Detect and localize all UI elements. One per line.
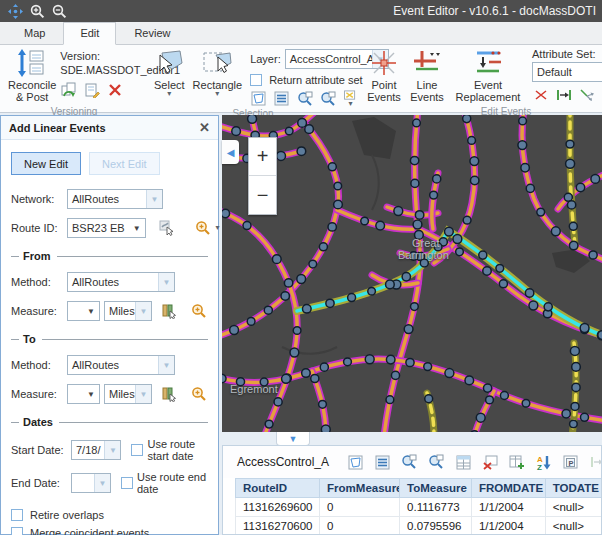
select-by-polygon-icon[interactable]	[250, 90, 267, 107]
split-event-icon[interactable]	[532, 86, 549, 103]
table-cell: 1/1/2004	[471, 498, 545, 517]
event-replacement-button[interactable]: Event Replacement	[448, 47, 528, 105]
select-dropdown-caret[interactable]: ▾	[167, 91, 171, 97]
open-table-icon[interactable]	[454, 453, 472, 471]
column-header[interactable]: TODATE	[545, 479, 602, 498]
line-events-button[interactable]: Line Events	[406, 47, 448, 105]
from-measure-label: Measure:	[11, 305, 63, 317]
table-cell: 0	[320, 517, 400, 535]
collapse-table-panel-button[interactable]: ▼	[276, 432, 310, 446]
to-measure-combobox[interactable]: ▼	[67, 384, 100, 404]
new-edit-button[interactable]: New Edit	[11, 152, 81, 175]
option-label: Merge coincident events	[30, 527, 149, 535]
redefine-icon[interactable]	[589, 453, 602, 471]
merge-events-icon[interactable]	[555, 86, 572, 103]
close-panel-icon[interactable]: ✕	[199, 120, 210, 135]
pan-icon[interactable]	[6, 2, 24, 20]
route-id-combobox[interactable]: BSR23 EB▼	[67, 218, 146, 238]
zoom-to-selected-icon[interactable]	[400, 453, 418, 471]
sort-icon[interactable]: AZ	[535, 453, 553, 471]
select-features-icon[interactable]	[346, 453, 364, 471]
column-header[interactable]: FROMDATE	[471, 479, 545, 498]
point-events-icon	[370, 49, 398, 77]
zoom-route-dropdown-caret[interactable]: ▾	[216, 225, 220, 231]
select-tool-icon	[154, 49, 184, 77]
table-row[interactable]: 1131627060000.07955961/1/2004<null>No	[236, 517, 602, 535]
svg-text:Z: Z	[537, 463, 542, 471]
table-cell: <null>	[545, 517, 602, 535]
attribute-table: RouteIDFromMeasureToMeasureFROMDATETODAT…	[235, 478, 602, 535]
to-measure-on-map-icon[interactable]	[160, 385, 178, 403]
use-route-start-date-checkbox[interactable]	[131, 444, 143, 456]
route-id-label: Route ID:	[11, 222, 63, 234]
from-zoom-measure-icon[interactable]	[190, 302, 208, 320]
line-events-icon	[412, 49, 442, 77]
from-measure-on-map-icon[interactable]	[160, 302, 178, 320]
from-method-combobox[interactable]: AllRoutes▼	[67, 272, 175, 292]
select-button[interactable]: Select ▾	[150, 47, 189, 107]
change-version-icon[interactable]	[60, 81, 77, 98]
start-date-combobox[interactable]: 7/18/▼	[71, 440, 121, 460]
option-checkbox-0[interactable]	[11, 509, 23, 521]
table-cell: 1/1/2004	[471, 517, 545, 535]
point-events-button[interactable]: Point Events	[362, 47, 406, 105]
map-zoom-in-button[interactable]: +	[249, 138, 276, 176]
clear-selection-icon[interactable]: ▾	[342, 90, 359, 107]
zoom-to-route-icon[interactable]	[194, 219, 212, 237]
add-records-icon[interactable]	[508, 453, 526, 471]
attribute-table-panel: AccessControl_A AZ	[222, 445, 602, 535]
from-unit-combobox[interactable]: Miles▼	[104, 301, 152, 321]
to-method-combobox[interactable]: AllRoutes▼	[67, 355, 175, 375]
show-selected-icon[interactable]	[373, 453, 391, 471]
rectangle-tool-icon	[202, 49, 232, 77]
tab-map[interactable]: Map	[8, 23, 61, 44]
return-attribute-set-checkbox[interactable]	[250, 74, 262, 86]
map-zoom-out-button[interactable]: −	[249, 176, 276, 214]
option-label: Retire overlaps	[30, 509, 104, 521]
table-cell: 0	[320, 498, 400, 517]
column-header[interactable]: FromMeasure	[320, 479, 400, 498]
map-viewport[interactable]: EgremontGreatBarrington ◀ + − ▼	[222, 115, 602, 432]
delete-selected-icon[interactable]	[481, 453, 499, 471]
table-cell: 11316269600	[236, 498, 320, 517]
layer-label: Layer:	[250, 53, 281, 65]
option-checkbox-1[interactable]	[11, 527, 23, 535]
zoom-to-selection-icon[interactable]	[296, 90, 313, 107]
rectangle-dropdown-caret[interactable]: ▾	[215, 91, 219, 97]
end-date-combobox[interactable]: ▼	[71, 473, 111, 493]
network-combobox[interactable]: AllRoutes▼	[67, 189, 163, 209]
rectangle-button[interactable]: Rectangle ▾	[189, 47, 247, 107]
table-row[interactable]: 1131626960000.11167731/1/2004<null>No	[236, 498, 602, 517]
to-section-label: To	[23, 333, 36, 345]
group-selection: Select ▾ Rectangle ▾ Layer:	[146, 45, 358, 112]
column-header[interactable]: ToMeasure	[400, 479, 472, 498]
column-header[interactable]: RouteID	[236, 479, 320, 498]
delete-version-icon[interactable]	[106, 81, 123, 98]
tab-review[interactable]: Review	[118, 23, 186, 44]
attribute-window-icon[interactable]: P	[562, 453, 580, 471]
ribbon-tabbar: Map Edit Review	[0, 22, 602, 45]
attribute-set-combobox[interactable]: Default ▼	[532, 62, 602, 82]
return-attribute-set-label: Return attribute set	[269, 74, 363, 86]
zoom-out-icon[interactable]	[50, 2, 68, 20]
next-edit-button[interactable]: Next Edit	[89, 152, 160, 175]
to-unit-combobox[interactable]: Miles▼	[104, 384, 152, 404]
table-cell: <null>	[545, 498, 602, 517]
pan-to-selected-icon[interactable]	[427, 453, 445, 471]
table-cell: 0.1116773	[400, 498, 472, 517]
snap-events-icon[interactable]	[578, 86, 595, 103]
use-route-end-date-checkbox[interactable]	[121, 477, 133, 489]
from-measure-combobox[interactable]: ▼	[67, 301, 100, 321]
select-route-on-map-icon[interactable]	[158, 219, 176, 237]
tab-edit[interactable]: Edit	[63, 22, 116, 45]
reconcile-post-button[interactable]: Reconcile & Post	[4, 47, 60, 105]
new-version-icon[interactable]	[83, 81, 100, 98]
selection-list-icon[interactable]	[273, 90, 290, 107]
pan-to-selection-icon[interactable]	[319, 90, 336, 107]
to-measure-label: Measure:	[11, 388, 63, 400]
options-checkbox-list: Retire overlapsMerge coincident eventsPr…	[11, 509, 208, 535]
collapse-left-panel-button[interactable]: ◀	[222, 140, 239, 164]
zoom-in-icon[interactable]	[28, 2, 46, 20]
to-zoom-measure-icon[interactable]	[190, 385, 208, 403]
table-layer-name: AccessControl_A	[237, 455, 329, 469]
